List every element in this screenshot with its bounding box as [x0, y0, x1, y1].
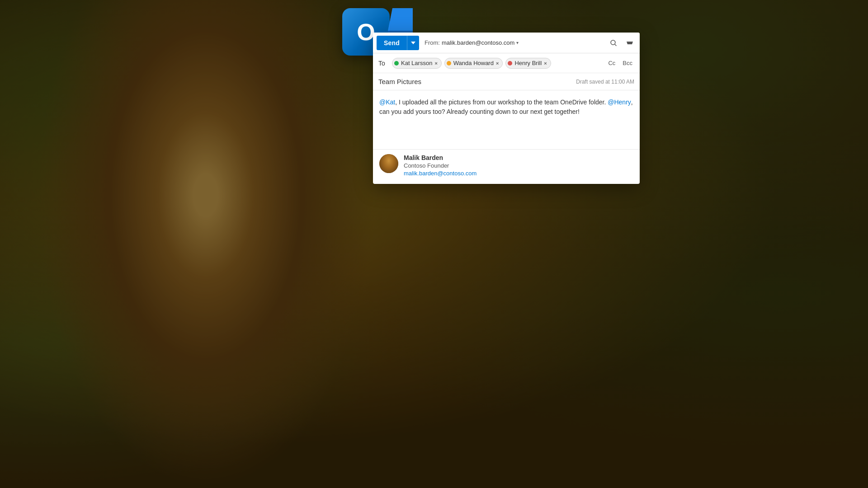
subject-row: Team Pictures Draft saved at 11:00 AM [373, 73, 640, 90]
outlook-letter-o: O [357, 19, 375, 46]
more-options-button[interactable] [623, 37, 636, 49]
to-row: To Kat Larsson × Wanda Howard × Henry Br… [373, 53, 640, 73]
wanda-status-dot [447, 61, 451, 66]
cc-bcc-section: Cc Bcc [606, 59, 634, 67]
signature-info: Malik Barden Contoso Founder malik.barde… [404, 154, 476, 177]
send-dropdown-button[interactable] [407, 36, 419, 50]
from-label: From: [425, 39, 440, 46]
svg-line-3 [615, 44, 617, 46]
recipients-list: Kat Larsson × Wanda Howard × Henry Brill… [392, 58, 606, 69]
henry-name: Henry Brill [514, 60, 542, 66]
svg-marker-0 [388, 8, 413, 31]
signature-area: Malik Barden Contoso Founder malik.barde… [373, 149, 640, 184]
svg-point-2 [611, 40, 615, 45]
avatar-face [379, 154, 398, 173]
mention-kat: @Kat [379, 99, 395, 106]
kat-remove-button[interactable]: × [434, 61, 437, 66]
recipient-wanda-howard[interactable]: Wanda Howard × [444, 58, 503, 69]
send-button[interactable]: Send [377, 36, 407, 50]
subject-text[interactable]: Team Pictures [378, 78, 576, 85]
recipient-kat-larsson[interactable]: Kat Larsson × [392, 58, 442, 69]
sig-name: Malik Barden [404, 154, 476, 161]
wanda-remove-button[interactable]: × [496, 61, 499, 66]
search-button[interactable] [607, 37, 620, 49]
compose-body[interactable]: @Kat, I uploaded all the pictures from o… [373, 90, 640, 149]
bcc-button[interactable]: Bcc [621, 59, 634, 67]
wanda-name: Wanda Howard [453, 60, 494, 66]
sender-avatar [379, 154, 398, 173]
henry-remove-button[interactable]: × [544, 61, 547, 66]
sig-email-link[interactable]: malik.barden@contoso.com [404, 170, 476, 177]
to-label: To [378, 60, 387, 67]
kat-name: Kat Larsson [401, 60, 432, 66]
body-text-part1: , I uploaded all the pictures from our w… [395, 99, 608, 106]
compose-toolbar: Send From: malik.barden@contoso.com ▾ [373, 33, 640, 53]
recipient-henry-brill[interactable]: Henry Brill × [505, 58, 551, 69]
compose-panel: Send From: malik.barden@contoso.com ▾ [373, 33, 640, 184]
from-chevron-icon[interactable]: ▾ [516, 40, 519, 45]
sig-title: Contoso Founder [404, 162, 476, 169]
toolbar-actions [607, 37, 636, 49]
mention-henry: @Henry [608, 99, 631, 106]
henry-status-dot [508, 61, 512, 66]
from-section: From: malik.barden@contoso.com ▾ [425, 39, 607, 46]
kat-status-dot [394, 61, 399, 66]
cc-button[interactable]: Cc [606, 59, 617, 67]
from-email: malik.barden@contoso.com [442, 39, 514, 46]
draft-saved-status: Draft saved at 11:00 AM [576, 79, 634, 85]
